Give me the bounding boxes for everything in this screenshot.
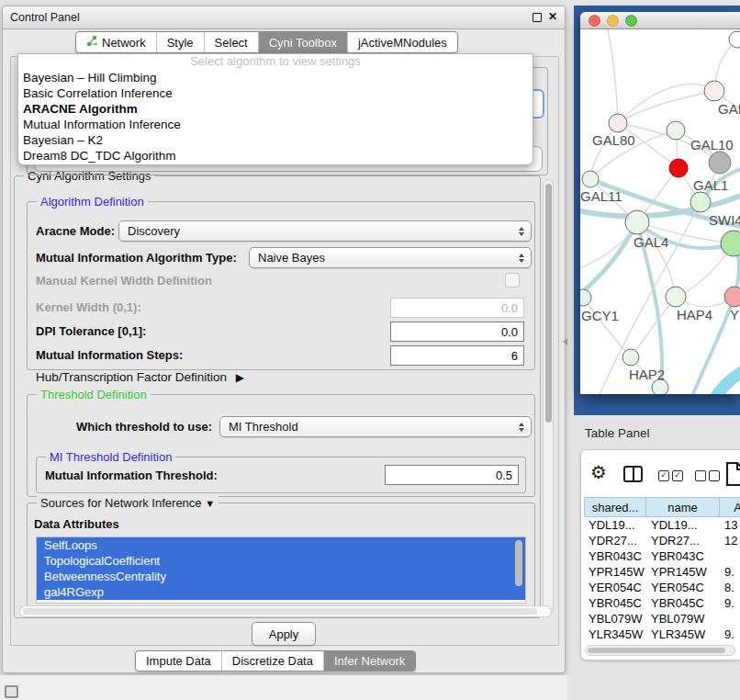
table-cell[interactable]: YBL079W (584, 611, 646, 627)
dropdown-option[interactable]: Dream8 DC_TDC Algorithm (18, 148, 533, 164)
column-header[interactable]: A (720, 497, 740, 517)
gear-icon[interactable]: ⚙ (590, 461, 607, 483)
panel-splitter-handle[interactable] (563, 338, 567, 345)
table-cell[interactable]: 8. (720, 580, 740, 595)
table-cell[interactable]: YBL079W (646, 611, 720, 627)
network-node[interactable] (609, 114, 627, 132)
network-view-window[interactable]: GALGAL80GAL10GAL1GAL11SWI4GAL4GCY1HAP4YH… (580, 12, 740, 394)
network-edge[interactable] (608, 29, 618, 123)
network-node[interactable] (729, 31, 740, 48)
network-node[interactable] (709, 152, 731, 174)
float-icon[interactable] (533, 13, 542, 22)
table-hscroll-thumb[interactable] (588, 648, 725, 653)
deselect-all-checkboxes-icon[interactable] (695, 470, 723, 487)
bottom-tab-impute-data[interactable]: Impute Data (136, 651, 221, 671)
mac-close-button[interactable] (589, 15, 600, 27)
table-cell[interactable]: 9. (720, 595, 740, 611)
table-cell[interactable]: YBR043C (646, 548, 720, 564)
table-cell[interactable]: YDL19... (646, 517, 720, 533)
table-cell[interactable]: YLR345W (646, 627, 720, 642)
aracne-mode-combobox[interactable]: Discovery (118, 220, 532, 242)
table-horizontal-scrollbar[interactable] (585, 645, 735, 656)
network-node[interactable] (704, 81, 724, 101)
network-window-titlebar[interactable] (580, 12, 740, 29)
table-cell[interactable]: YBR045C (584, 595, 646, 611)
which-threshold-combobox[interactable]: MI Threshold (219, 416, 532, 437)
manual-kernel-checkbox[interactable] (505, 273, 520, 288)
mac-zoom-button[interactable] (625, 15, 637, 27)
table-cell[interactable]: YPR145W (646, 564, 720, 580)
collapsed-panel-icon[interactable] (5, 685, 18, 698)
bottom-tab-infer-network[interactable]: Infer Network (323, 651, 415, 671)
network-node[interactable] (582, 171, 599, 187)
mi-type-combobox[interactable]: Naive Bayes (249, 247, 532, 268)
network-node[interactable] (721, 231, 740, 256)
network-node[interactable] (669, 159, 688, 177)
table-cell[interactable]: YDR27... (646, 533, 720, 548)
mi-threshold-input[interactable] (385, 465, 519, 485)
kernel-width-input[interactable] (390, 298, 524, 318)
table-cell[interactable] (720, 548, 740, 564)
mac-minimize-button[interactable] (607, 15, 619, 27)
table-cell[interactable]: 9. (720, 564, 740, 580)
network-canvas[interactable]: GALGAL80GAL10GAL1GAL11SWI4GAL4GCY1HAP4YH… (580, 29, 740, 394)
table-cell[interactable]: 13 (720, 517, 740, 533)
column-header[interactable]: name (646, 497, 720, 517)
network-node[interactable] (625, 210, 649, 234)
apply-button[interactable]: Apply (252, 622, 316, 646)
table-cell[interactable]: 9. (720, 627, 740, 642)
attribute-item[interactable]: gal4RGexp (37, 584, 525, 600)
network-node[interactable] (666, 287, 686, 307)
table-cell[interactable]: YPR145W (584, 564, 646, 580)
dropdown-option[interactable]: Bayesian – Hill Climbing (18, 70, 533, 85)
hub-definition-expander[interactable]: Hub/Transcription Factor Definition ▶ (36, 370, 244, 384)
tab-style[interactable]: Style (156, 32, 204, 52)
table-cell[interactable]: YLR345W (584, 627, 646, 642)
table-cell[interactable]: YDR27... (584, 533, 646, 548)
attribute-item[interactable]: SelfLoops (37, 537, 525, 553)
network-node[interactable] (667, 121, 685, 140)
network-node[interactable] (724, 287, 740, 307)
columns-icon[interactable] (623, 466, 643, 482)
attribute-item[interactable]: TopologicalCoefficient (37, 553, 525, 569)
dpi-tolerance-input[interactable] (390, 322, 524, 342)
settings-horizontal-scrollbar[interactable] (19, 605, 552, 617)
table-cell[interactable]: YBR043C (584, 548, 646, 564)
bottom-tab-discretize-data[interactable]: Discretize Data (221, 651, 323, 671)
table-cell[interactable]: 12 (720, 533, 740, 548)
network-edge[interactable] (714, 367, 740, 394)
mi-steps-input[interactable] (390, 345, 524, 366)
list-vscroll-thumb[interactable] (515, 540, 522, 586)
network-node[interactable] (690, 192, 711, 212)
table-cell[interactable]: YER054C (646, 580, 720, 595)
tab-jactivemnodules[interactable]: jActiveMNodules (347, 32, 457, 52)
tab-cyni-toolbox[interactable]: Cyni Toolbox (258, 32, 347, 52)
collapse-arrow-icon[interactable]: ▼ (205, 498, 215, 509)
settings-vscroll-thumb[interactable] (545, 184, 552, 423)
table-cell[interactable]: YDL19... (584, 517, 646, 533)
expander-arrow-icon[interactable]: ▶ (236, 371, 244, 384)
table-cell[interactable]: YBR045C (646, 595, 720, 611)
network-edge[interactable] (583, 298, 631, 357)
table-cell[interactable] (720, 611, 740, 627)
attribute-item[interactable]: BetweennessCentrality (37, 569, 525, 584)
control-panel-titlebar[interactable]: Control Panel ✕ (3, 6, 565, 29)
dropdown-option[interactable]: Basic Correlation Inference (18, 85, 533, 101)
network-edge[interactable] (631, 297, 676, 357)
settings-hscroll-thumb[interactable] (23, 608, 537, 615)
network-node[interactable] (580, 289, 591, 306)
tab-network[interactable]: Network (76, 32, 156, 52)
select-all-checkboxes-icon[interactable]: ✓✓ (658, 470, 686, 487)
close-icon[interactable]: ✕ (548, 10, 557, 23)
dropdown-option[interactable]: ARACNE Algorithm (18, 101, 533, 117)
dropdown-option[interactable]: Bayesian – K2 (18, 132, 533, 148)
network-edge[interactable] (618, 91, 714, 123)
settings-vertical-scrollbar[interactable] (543, 179, 554, 615)
table-cell[interactable]: YER054C (584, 580, 646, 595)
export-table-icon[interactable] (725, 461, 740, 487)
network-node[interactable] (622, 349, 639, 366)
dropdown-option[interactable]: Mutual Information Inference (18, 117, 533, 132)
network-edge[interactable] (618, 85, 714, 123)
column-header[interactable]: shared... (584, 497, 646, 517)
tab-select[interactable]: Select (204, 32, 258, 52)
